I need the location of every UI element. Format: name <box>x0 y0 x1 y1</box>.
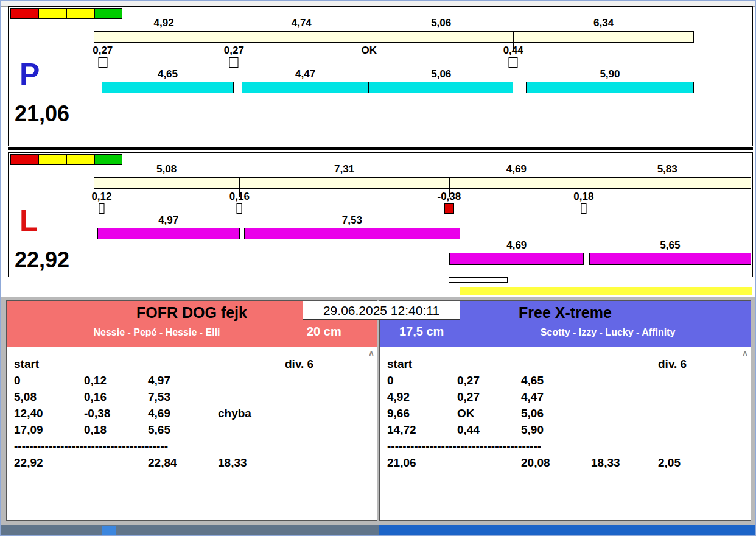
cell <box>285 389 377 405</box>
cross-indicator-box <box>229 57 239 68</box>
team-panel-left: FOFR DOG fejk Nessie - Pepé - Hessie - E… <box>6 300 377 521</box>
light-yellow1-icon <box>38 8 66 19</box>
timestamp: 29.06.2025 12:40:11 <box>303 301 460 320</box>
cross-indicator-box <box>581 203 586 214</box>
rerun-progress-bar <box>460 287 752 295</box>
cell <box>218 389 285 405</box>
cell <box>84 454 148 471</box>
cell <box>658 421 751 438</box>
cell: 5,06 <box>521 405 591 421</box>
split-time-label: 7,31 <box>334 164 354 174</box>
cell <box>591 389 658 405</box>
dog-time-label: 5,65 <box>660 240 680 250</box>
split-time-label: 4,69 <box>506 164 527 174</box>
cell: -0,38 <box>84 405 148 421</box>
cell <box>591 372 658 389</box>
results-panel: 29.06.2025 12:40:11 FOFR DOG fejk Nessie… <box>0 297 756 525</box>
totals-row: 22,92 22,84 18,33 <box>7 454 377 471</box>
cross-indicator-box <box>98 57 107 68</box>
split-time-label: 4,74 <box>292 18 312 28</box>
taskbar-left-segment[interactable] <box>0 525 379 536</box>
taskbar-button[interactable] <box>102 526 116 535</box>
jump-height: 17,5 cm <box>380 325 465 339</box>
cell <box>285 454 377 471</box>
best-time: 18,33 <box>218 454 285 471</box>
light-red-icon <box>10 8 38 19</box>
table-row: 12,40 -0,38 4,69 chyba <box>7 405 377 421</box>
cell: 0,12 <box>84 372 148 389</box>
cell: 4,92 <box>387 389 457 405</box>
cross-time-label: 0,44 <box>503 45 523 55</box>
table-row: 5,08 0,16 7,53 <box>7 389 377 405</box>
lane-letter: P <box>19 59 40 90</box>
cell <box>285 421 377 438</box>
cell: 4,47 <box>521 389 591 405</box>
cell: chyba <box>218 405 285 421</box>
cell <box>285 405 377 421</box>
totals-row: 21,06 20,08 18,33 2,05 <box>380 454 751 471</box>
cell: 4,65 <box>521 372 591 389</box>
cell: 7,53 <box>148 389 218 405</box>
team-results-table: ∧ start div. 6 0 0,27 4,65 4,92 0,27 4,4… <box>380 347 751 520</box>
cross-indicator-box <box>509 57 518 68</box>
rerun-strip <box>93 277 751 296</box>
start-column-label: start <box>14 356 84 372</box>
cell: 5,90 <box>521 421 591 438</box>
cell <box>218 421 285 438</box>
cell <box>591 405 658 421</box>
team-dogs: Scotty - Izzy - Lucky - Affinity <box>465 327 751 338</box>
cell: 0,44 <box>457 421 521 438</box>
cell: 0,16 <box>84 389 148 405</box>
table-row: 0 0,12 4,97 <box>7 372 377 389</box>
table-row: 0 0,27 4,65 <box>380 372 751 389</box>
split-time-label: 4,92 <box>154 18 174 28</box>
dog-run-bar <box>244 228 460 239</box>
lane-l-panel: L 22,92 5,08 7,31 4,69 5,83 0,12 0,16 -0… <box>8 152 753 277</box>
lane-timeline: 5,08 7,31 4,69 5,83 0,12 0,16 -0,38 0,18… <box>94 153 751 277</box>
cross-time-label: 0,27 <box>224 45 244 55</box>
cross-indicator-box <box>99 203 104 214</box>
jump-height: 20 cm <box>307 325 377 339</box>
cell <box>658 389 751 405</box>
cell <box>285 372 377 389</box>
team-dogs: Nessie - Pepé - Hessie - Elli <box>7 327 307 338</box>
dog-time-label: 4,69 <box>506 240 527 250</box>
cell: 4,97 <box>148 372 218 389</box>
scroll-up-icon[interactable]: ∧ <box>741 348 749 358</box>
taskbar-right-segment[interactable] <box>379 525 756 536</box>
table-header-row: start div. 6 <box>380 356 751 372</box>
taskbar[interactable] <box>0 525 756 536</box>
cross-time-label: OK <box>362 45 377 55</box>
team-results-table: ∧ start div. 6 0 0,12 4,97 5,08 0,16 7,5… <box>7 347 377 520</box>
cross-time-label: 0,16 <box>229 191 250 202</box>
team-panel-right: Free X-treme 17,5 cm Scotty - Izzy - Luc… <box>379 300 751 521</box>
cell <box>218 372 285 389</box>
split-track <box>94 177 751 189</box>
cell: 14,72 <box>387 421 457 438</box>
cell: 12,40 <box>14 405 84 421</box>
cell: 4,69 <box>148 405 218 421</box>
table-row: 17,09 0,18 5,65 <box>7 421 377 438</box>
dog-run-bar <box>97 228 240 239</box>
dog-time-label: 4,97 <box>158 215 178 225</box>
table-header-row: start div. 6 <box>7 356 377 372</box>
total-time: 21,06 <box>387 454 457 471</box>
cell <box>457 454 521 471</box>
cross-time-label: -0,38 <box>437 191 461 202</box>
cell <box>591 421 658 438</box>
cell: 17,09 <box>14 421 84 438</box>
table-row: 14,72 0,44 5,90 <box>380 421 751 438</box>
scroll-up-icon[interactable]: ∧ <box>367 348 376 358</box>
light-yellow1-icon <box>38 154 66 165</box>
dog-time-label: 5,90 <box>600 69 620 79</box>
start-column-label: start <box>387 356 457 372</box>
dog-run-bar <box>526 82 694 93</box>
lane-letter: L <box>19 205 38 236</box>
dog-time-label: 7,53 <box>342 215 362 225</box>
separator-line: ---------------------------------------- <box>380 438 751 454</box>
light-red-icon <box>10 154 38 165</box>
dog-run-bar <box>449 253 584 265</box>
rerun-marker-bar <box>449 277 508 283</box>
split-track <box>94 31 694 43</box>
light-yellow2-icon <box>66 154 94 165</box>
